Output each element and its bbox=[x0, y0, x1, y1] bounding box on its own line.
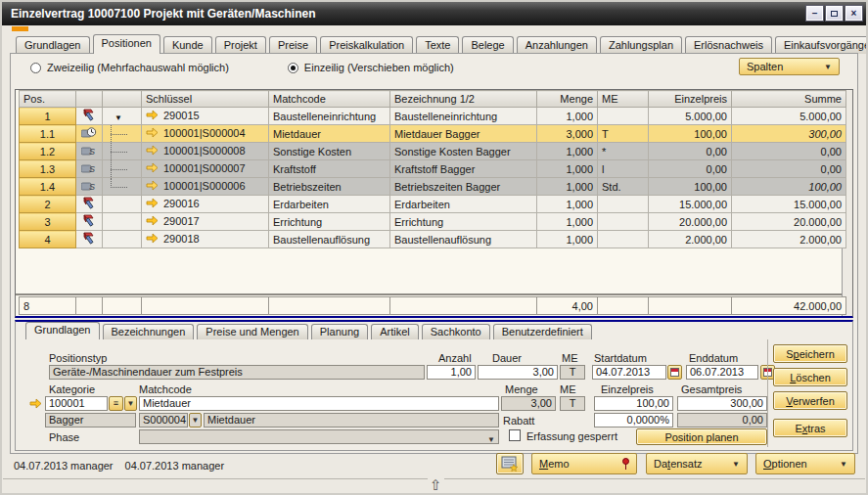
position-planen-button[interactable]: Position planen bbox=[636, 428, 767, 445]
me-cell[interactable]: * bbox=[598, 143, 649, 160]
summe-cell[interactable]: 0,00 bbox=[732, 160, 846, 178]
matchcode-input[interactable]: Mietdauer bbox=[139, 396, 499, 411]
phase-dropdown[interactable]: ▼ bbox=[139, 429, 499, 444]
expand-toggle[interactable]: ▼ bbox=[103, 108, 142, 125]
tab-erloesnachweis[interactable]: Erlösnachweis bbox=[685, 36, 772, 54]
col-icon[interactable] bbox=[76, 91, 103, 108]
enddatum-input[interactable]: 06.07.2013 bbox=[686, 365, 758, 380]
matchcode-cell[interactable]: Baustelleneinrichtung bbox=[269, 108, 390, 125]
menge-cell[interactable]: 1,000 bbox=[537, 143, 598, 160]
dtab-grundlagen[interactable]: Grundlagen bbox=[25, 322, 100, 339]
subposition-dropdown-button[interactable]: ▼ bbox=[189, 413, 202, 428]
anzahl-input[interactable]: 1,00 bbox=[427, 365, 476, 380]
pos-cell[interactable]: 1.3 bbox=[20, 160, 76, 178]
optionen-dropdown[interactable]: Optionen ▼ bbox=[755, 453, 855, 474]
table-row[interactable]: 3 290017 Errichtung Errichtung 1,000 20.… bbox=[20, 213, 846, 231]
kategorie-input[interactable]: 100001 bbox=[45, 396, 108, 411]
table-row[interactable]: 2 290016 Erdarbeiten Erdarbeiten 1,000 1… bbox=[20, 196, 846, 213]
panel-splitter[interactable]: ⇧ bbox=[3, 478, 865, 493]
gesamtpreis-input[interactable]: 300,00 bbox=[677, 396, 767, 411]
journal-button[interactable] bbox=[496, 453, 524, 474]
erfassung-gesperrt-checkbox[interactable] bbox=[509, 429, 521, 441]
dtab-sachkonto[interactable]: Sachkonto bbox=[422, 324, 490, 339]
verwerfen-button[interactable]: Verwerfen bbox=[773, 391, 847, 410]
dtab-benutzerdefiniert[interactable]: Benutzerdefiniert bbox=[493, 324, 592, 339]
minimize-button[interactable]: – bbox=[806, 6, 823, 21]
col-bezeichnung[interactable]: Bezeichnung 1/2 bbox=[390, 91, 537, 108]
col-schluessel[interactable]: Schlüssel bbox=[142, 91, 269, 108]
memo-button[interactable]: Memo bbox=[531, 453, 637, 474]
tab-zahlungsplan[interactable]: Zahlungsplan bbox=[600, 36, 682, 54]
bezeichnung-cell[interactable]: Sonstige Kosten Bagger bbox=[390, 143, 537, 160]
tab-positionen[interactable]: Positionen bbox=[93, 34, 160, 54]
menge-cell[interactable]: 1,000 bbox=[537, 160, 598, 178]
radio-einzeilig[interactable] bbox=[288, 63, 298, 73]
summe-cell[interactable]: 20.000,00 bbox=[732, 213, 846, 231]
table-row[interactable]: 1.2 S 100001|S000008 Sonstige Kosten Son… bbox=[20, 143, 846, 160]
extras-button[interactable]: Extras bbox=[773, 419, 847, 437]
menge-cell[interactable]: 1,000 bbox=[537, 213, 598, 231]
dtab-planung[interactable]: Planung bbox=[311, 324, 368, 339]
kategorie-list-button[interactable]: ≡ bbox=[109, 396, 123, 411]
me-cell[interactable] bbox=[598, 196, 649, 213]
tab-projekt[interactable]: Projekt bbox=[215, 36, 266, 54]
col-menge[interactable]: Menge bbox=[537, 91, 598, 108]
restore-button[interactable] bbox=[826, 6, 843, 21]
rabatt-prozent-input[interactable]: 0,0000% bbox=[594, 413, 673, 428]
einzelpreis-cell[interactable]: 100,00 bbox=[649, 178, 732, 196]
radio-zweizeilig[interactable] bbox=[30, 63, 41, 73]
menge-cell[interactable]: 1,000 bbox=[537, 231, 598, 248]
table-row[interactable]: 4 290018 Baustellenauflösung Baustellena… bbox=[20, 231, 846, 248]
einzelpreis-input[interactable]: 100,00 bbox=[594, 396, 673, 411]
pos-cell[interactable]: 2 bbox=[20, 196, 76, 213]
table-row[interactable]: 1.3 S 100001|S000007 Kraftstoff Kraftsto… bbox=[20, 160, 846, 178]
table-row[interactable]: 1.4 S 100001|S000006 Betriebszeiten Betr… bbox=[20, 178, 846, 196]
dtab-artikel[interactable]: Artikel bbox=[371, 324, 419, 339]
menge-cell[interactable]: 1,000 bbox=[537, 108, 598, 125]
col-summe[interactable]: Summe bbox=[732, 91, 846, 108]
startdatum-input[interactable]: 04.07.2013 bbox=[592, 365, 666, 380]
startdatum-calendar-button[interactable] bbox=[667, 365, 682, 380]
me-cell[interactable]: l bbox=[598, 160, 649, 178]
menge-cell[interactable]: 1,000 bbox=[537, 178, 598, 196]
pos-cell[interactable]: 1 bbox=[20, 108, 76, 125]
me-cell[interactable] bbox=[598, 108, 649, 125]
speichern-button[interactable]: Speichern bbox=[773, 344, 847, 363]
close-button[interactable]: × bbox=[845, 6, 862, 21]
bezeichnung-cell[interactable]: Erdarbeiten bbox=[390, 196, 537, 213]
matchcode-cell[interactable]: Kraftstoff bbox=[269, 160, 390, 178]
me-cell[interactable] bbox=[598, 213, 649, 231]
tab-einkaufsvorgaenge[interactable]: Einkaufsvorgänge bbox=[775, 36, 868, 54]
me-cell[interactable]: T bbox=[598, 125, 649, 143]
summe-cell[interactable]: 0,00 bbox=[732, 143, 846, 160]
summe-cell[interactable]: 15.000,00 bbox=[732, 196, 846, 213]
pos-cell[interactable]: 4 bbox=[20, 231, 76, 248]
summe-cell[interactable]: 100,00 bbox=[732, 178, 846, 196]
einzelpreis-cell[interactable]: 15.000,00 bbox=[649, 196, 732, 213]
pos-cell[interactable]: 1.4 bbox=[20, 178, 76, 196]
menge-cell[interactable]: 1,000 bbox=[537, 196, 598, 213]
dauer-input[interactable]: 3,00 bbox=[478, 365, 558, 380]
einzelpreis-cell[interactable]: 0,00 bbox=[649, 143, 732, 160]
datensatz-dropdown[interactable]: Datensatz ▼ bbox=[646, 453, 748, 474]
bezeichnung-cell[interactable]: Baustellenauflösung bbox=[390, 231, 537, 248]
tab-belege[interactable]: Belege bbox=[462, 36, 513, 54]
tab-preise[interactable]: Preise bbox=[269, 36, 317, 54]
matchcode-cell[interactable]: Betriebszeiten bbox=[269, 178, 390, 196]
summe-cell[interactable]: 5.000,00 bbox=[732, 108, 846, 125]
bezeichnung-cell[interactable]: Kraftstoff Bagger bbox=[390, 160, 537, 178]
einzelpreis-cell[interactable]: 5.000,00 bbox=[649, 108, 732, 125]
menge-cell[interactable]: 3,000 bbox=[537, 125, 598, 143]
einzelpreis-cell[interactable]: 0,00 bbox=[649, 160, 732, 178]
col-einzelpreis[interactable]: Einzelpreis bbox=[649, 91, 732, 108]
col-matchcode[interactable]: Matchcode bbox=[269, 91, 390, 108]
table-row-selected[interactable]: 1.1 100001|S000004 Mietdauer Mietdauer B… bbox=[20, 125, 846, 143]
summe-cell[interactable]: 300,00 bbox=[732, 125, 846, 143]
matchcode-cell[interactable]: Erdarbeiten bbox=[269, 196, 390, 213]
dtab-preise-und-mengen[interactable]: Preise und Mengen bbox=[197, 324, 307, 339]
tab-anzahlungen[interactable]: Anzahlungen bbox=[517, 36, 597, 54]
summe-cell[interactable]: 2.000,00 bbox=[732, 231, 846, 248]
col-pos[interactable]: Pos. bbox=[20, 91, 76, 108]
me-cell[interactable]: Std. bbox=[598, 178, 649, 196]
col-tree[interactable] bbox=[103, 91, 142, 108]
